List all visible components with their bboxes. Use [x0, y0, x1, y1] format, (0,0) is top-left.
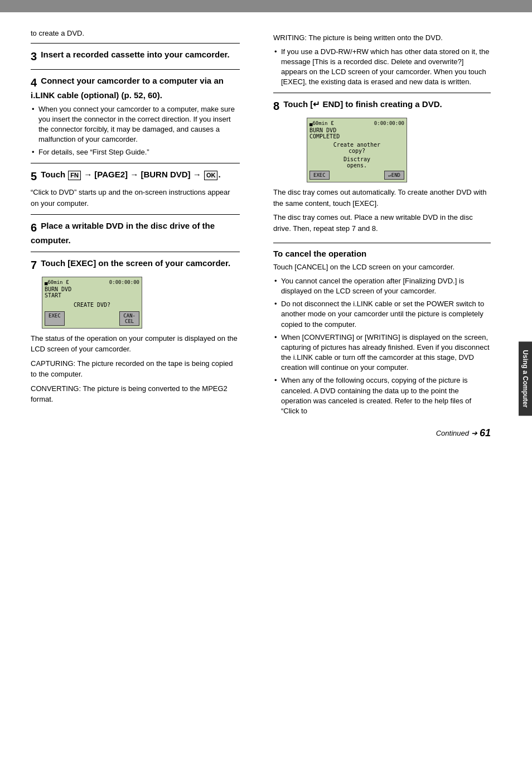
step-8: 8 Touch [↵ END] to finish creating a DVD…: [273, 99, 491, 234]
lcd-line6-8: Disctray: [309, 156, 404, 162]
right-intro-bullets: If you use a DVD-RW/+RW which has other …: [273, 47, 491, 88]
step-3-title: Insert a recorded cassette into your cam…: [41, 50, 229, 59]
cancel-bullet-4: When any of the following occurs, copyin…: [273, 375, 491, 416]
step-5-arrow1: → [PAGE2] → [BURN DVD] →: [81, 170, 204, 179]
lcd-exec-btn-8: EXEC: [309, 171, 330, 180]
cancel-section-title: To cancel the operation: [273, 249, 491, 258]
step-7-number: 7: [31, 259, 37, 271]
step-7-body: The status of the operation on your comp…: [31, 333, 240, 405]
lcd-exec-btn-7: EXEC: [45, 311, 65, 326]
lcd-cancel-btn-7: CAN- CEL: [119, 311, 139, 326]
lcd-top-right-8: 0:00:00:00: [374, 120, 404, 126]
lcd-line4-8: copy?: [309, 148, 404, 154]
step-4-number: 4: [31, 76, 37, 89]
step-7: 7 Touch [EXEC] on the screen of your cam…: [31, 258, 240, 405]
intro-text: to create a DVD.: [31, 29, 240, 37]
lcd-end-btn-8: ↵END: [384, 171, 404, 180]
left-column: to create a DVD. 3 Insert a recorded cas…: [0, 29, 257, 439]
divider-right-1: [273, 93, 491, 93]
divider-3: [31, 69, 240, 70]
cancel-bullet-3: When [CONVERTING] or [WRITING] is displa…: [273, 332, 491, 373]
divider-0: [31, 43, 240, 44]
cancel-section: To cancel the operation Touch [CANCEL] o…: [273, 249, 491, 416]
step-6: 6 Place a writable DVD in the disc drive…: [31, 220, 240, 246]
step-7-title: Touch [EXEC] on the screen of your camco…: [41, 258, 230, 268]
continued-label: Continued: [436, 429, 469, 437]
cancel-bullet-1: You cannot cancel the operation after [F…: [273, 276, 491, 296]
step-4-bullet-2: For details, see “First Step Guide.”: [31, 147, 240, 157]
step-8-title: Touch [↵ END] to finish creating a DVD.: [283, 99, 442, 109]
writing-text: WRITING: The picture is being written on…: [273, 32, 491, 44]
step-7-heading: 7 Touch [EXEC] on the screen of your cam…: [31, 258, 240, 272]
lcd-top-right-7: 0:00:00:00: [109, 279, 139, 285]
lcd-top-left-7: ▄60min ℇ: [45, 279, 69, 285]
ok-box: OK: [204, 171, 218, 180]
cancel-bullets: You cannot cancel the operation after [F…: [273, 276, 491, 416]
lcd-top-bar-7: ▄60min ℇ 0:00:00:00: [45, 279, 139, 285]
step-8-para2: The disc tray comes out. Place a new wri…: [273, 212, 491, 234]
step-5: 5 Touch FN → [PAGE2] → [BURN DVD] → OK. …: [31, 169, 240, 209]
step-4-heading: 4 Connect your camcorder to a computer v…: [31, 75, 240, 101]
right-intro-bullet-1: If you use a DVD-RW/+RW which has other …: [273, 47, 491, 88]
divider-6: [31, 252, 240, 252]
footer: Continued ➔ 61: [273, 427, 491, 439]
step-3-number: 3: [31, 50, 37, 62]
lcd-line3-8: Create another: [309, 142, 404, 148]
step-6-number: 6: [31, 221, 37, 234]
fn-box: FN: [68, 171, 81, 180]
step-5-title-pre: Touch: [41, 170, 67, 179]
top-bar: [0, 0, 532, 12]
step-6-title: Place a writable DVD in the disc drive o…: [31, 221, 215, 245]
lcd-line1-7: BURN DVD: [45, 286, 139, 292]
divider-4: [31, 163, 240, 163]
arrow-icon: ➔: [471, 429, 477, 437]
lcd-buttons-8: EXEC ↵END: [309, 171, 404, 180]
cancel-bullet-2: Do not disconnect the i.LINK cable or se…: [273, 299, 491, 330]
right-column: WRITING: The picture is being written on…: [257, 29, 513, 439]
step-3-heading: 3 Insert a recorded cassette into your c…: [31, 49, 240, 64]
lcd-line2-8: COMPLETED: [309, 133, 404, 139]
lcd-top-left-8: ▄60min ℇ: [309, 120, 334, 126]
cancel-body: Touch [CANCEL] on the LCD screen on your…: [273, 262, 491, 273]
page-number: 61: [480, 427, 491, 439]
step-4: 4 Connect your camcorder to a computer v…: [31, 75, 240, 157]
lcd-line3-7: CREATE DVD?: [45, 302, 139, 308]
side-tab: Using a Computer: [519, 341, 532, 416]
step-6-heading: 6 Place a writable DVD in the disc drive…: [31, 220, 240, 246]
lcd-line2-7: START: [45, 292, 139, 298]
step-7-para1: The status of the operation on your comp…: [31, 333, 240, 355]
step-5-dot: .: [218, 170, 220, 179]
step-7-para3: CONVERTING: The picture is being convert…: [31, 383, 240, 405]
divider-cancel: [273, 243, 491, 243]
step-5-heading: 5 Touch FN → [PAGE2] → [BURN DVD] → OK.: [31, 169, 240, 184]
lcd-screen-8: ▄60min ℇ 0:00:00:00 BURN DVD COMPLETED C…: [307, 118, 407, 182]
lcd-top-bar-8: ▄60min ℇ 0:00:00:00: [309, 120, 404, 126]
lcd-screen-7: ▄60min ℇ 0:00:00:00 BURN DVD START CREAT…: [42, 277, 142, 329]
step-4-title: Connect your camcorder to a computer via…: [31, 76, 224, 100]
step-3: 3 Insert a recorded cassette into your c…: [31, 49, 240, 64]
lcd-line1-8: BURN DVD: [309, 127, 404, 133]
lcd-buttons-7: EXEC CAN- CEL: [45, 311, 139, 326]
step-8-body: The disc tray comes out automatically. T…: [273, 187, 491, 234]
step-8-para1: The disc tray comes out automatically. T…: [273, 187, 491, 209]
lcd-line7-8: opens.: [309, 162, 404, 168]
step-8-heading: 8 Touch [↵ END] to finish creating a DVD…: [273, 99, 491, 113]
page-content: to create a DVD. 3 Insert a recorded cas…: [0, 12, 532, 456]
step-8-number: 8: [273, 100, 279, 112]
step-5-body: “Click to DVD” starts up and the on-scre…: [31, 187, 240, 209]
step-5-number: 5: [31, 170, 37, 182]
divider-5: [31, 214, 240, 215]
step-7-para2: CAPTURING: The picture recorded on the t…: [31, 358, 240, 380]
step-4-bullets: When you connect your camcorder to a com…: [31, 104, 240, 158]
step-4-bullet-1: When you connect your camcorder to a com…: [31, 104, 240, 145]
